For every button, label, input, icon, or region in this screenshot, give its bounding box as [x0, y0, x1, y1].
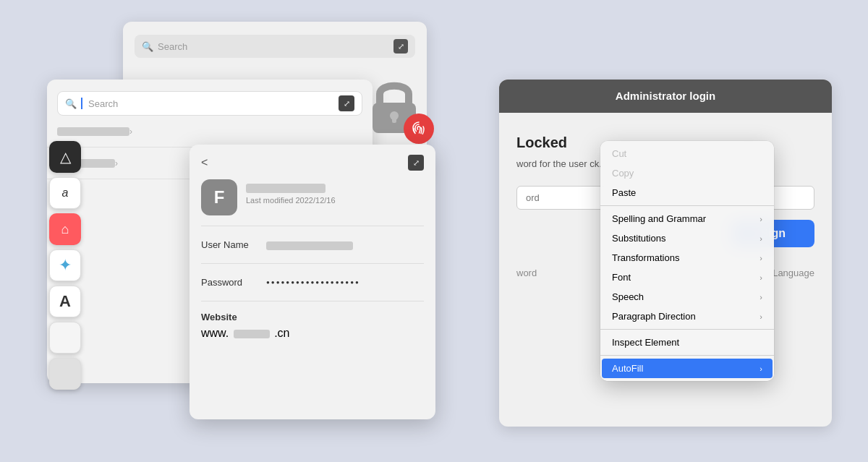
fg-website-suffix: .cn — [274, 327, 289, 339]
autofill-label: AutoFill — [612, 363, 643, 374]
fg-website-label: Website — [201, 312, 424, 322]
context-menu-font[interactable]: Font › — [602, 268, 773, 287]
fg-website-prefix: www. — [201, 327, 229, 339]
context-menu-spelling[interactable]: Spelling and Grammar › — [602, 209, 773, 228]
lock-area — [362, 72, 427, 140]
font-label: Font — [612, 272, 631, 283]
paragraph-direction-label: Paragraph Direction — [612, 311, 696, 322]
mid-panel-row-1[interactable]: › — [47, 116, 373, 147]
sidebar: △ a ⌂ ✦ A — [49, 141, 90, 390]
sidebar-icon-anki[interactable]: ✦ — [49, 249, 81, 281]
fg-expand-icon: ⤢ — [413, 158, 420, 168]
cut-label: Cut — [612, 148, 626, 159]
copy-label: Copy — [612, 168, 634, 179]
context-menu-paragraph-direction[interactable]: Paragraph Direction › — [602, 307, 773, 326]
fg-panel: < ⤢ F Last modified 2022/12/16 User Name… — [190, 145, 435, 419]
admin-bottom-left: word — [516, 268, 537, 278]
context-menu-substitutions[interactable]: Substitutions › — [602, 228, 773, 248]
bg-search-placeholder: Search — [158, 41, 187, 52]
spelling-chevron: › — [760, 215, 762, 223]
paste-label: Paste — [612, 187, 636, 198]
transformations-chevron: › — [760, 254, 762, 262]
context-menu-paste[interactable]: Paste — [602, 183, 773, 202]
mid-expand-icon: ⤢ — [344, 99, 350, 108]
separator-3 — [600, 355, 774, 356]
fg-password-row: Password ●●●●●●●●●●●●●●●●●●● — [201, 271, 424, 294]
separator-1 — [600, 205, 774, 206]
fg-website-url: www. .cn — [201, 327, 424, 340]
sidebar-icon-airbnb[interactable]: ⌂ — [49, 213, 81, 245]
fingerprint-badge — [404, 114, 434, 144]
speech-label: Speech — [612, 291, 644, 302]
fg-app-name — [246, 184, 326, 193]
admin-bottom-right: Language — [773, 268, 814, 278]
sidebar-icon-apple[interactable] — [49, 322, 81, 354]
mid-search-bar[interactable]: 🔍 Search ⤢ — [57, 91, 362, 116]
svg-rect-2 — [392, 116, 396, 123]
separator-2 — [600, 329, 774, 330]
admin-title: Administrator login — [616, 90, 715, 102]
sidebar-icon-font[interactable]: A — [49, 286, 81, 317]
mid-row-2-chevron: › — [115, 158, 118, 168]
autofill-chevron: › — [760, 364, 762, 373]
transformations-label: Transformations — [612, 252, 679, 263]
fg-password-label: Password — [201, 277, 266, 288]
context-menu-autofill[interactable]: AutoFill › Contact... Passwords... — [602, 359, 773, 378]
context-menu-speech[interactable]: Speech › — [602, 287, 773, 307]
substitutions-label: Substitutions — [612, 233, 665, 244]
speech-chevron: › — [760, 293, 762, 301]
bg-search-bar[interactable]: 🔍 Search ⤢ — [135, 35, 415, 58]
fg-username-value — [266, 239, 424, 250]
mid-row-1-label — [57, 127, 129, 136]
substitutions-chevron: › — [760, 234, 762, 243]
mid-search-icon: 🔍 — [65, 98, 77, 109]
mid-search-placeholder: Search — [88, 98, 118, 109]
mid-search-cursor — [81, 98, 82, 109]
fg-website-section: Website www. .cn — [201, 312, 424, 340]
bg-expand-button[interactable]: ⤢ — [393, 39, 408, 54]
context-menu-cut[interactable]: Cut — [602, 144, 773, 163]
expand-icon: ⤢ — [398, 42, 404, 51]
search-icon: 🔍 — [142, 41, 153, 52]
fg-app-icon: F — [201, 179, 237, 215]
font-chevron: › — [760, 273, 762, 282]
back-button[interactable]: < — [201, 156, 208, 169]
context-menu-copy[interactable]: Copy — [602, 163, 773, 183]
admin-title-bar: Administrator login — [499, 80, 832, 113]
fg-expand-button[interactable]: ⤢ — [408, 155, 424, 171]
sidebar-icon-ai[interactable]: a — [49, 177, 81, 209]
mid-expand-button[interactable]: ⤢ — [339, 95, 354, 111]
fg-last-modified: Last modified 2022/12/16 — [246, 196, 336, 205]
fg-username-label: User Name — [201, 239, 266, 250]
context-menu-transformations[interactable]: Transformations › — [602, 248, 773, 268]
sidebar-icon-affinity[interactable]: △ — [49, 141, 81, 173]
fg-username-row: User Name — [201, 234, 424, 256]
inspect-label: Inspect Element — [612, 337, 679, 348]
mid-row-1-chevron: › — [129, 127, 132, 137]
fg-panel-header: < ⤢ — [201, 155, 424, 171]
paragraph-direction-chevron: › — [760, 312, 762, 321]
fg-password-dots: ●●●●●●●●●●●●●●●●●●● — [266, 279, 360, 286]
fg-website-domain — [234, 330, 270, 338]
context-menu-inspect[interactable]: Inspect Element — [602, 333, 773, 352]
sidebar-icon-misc[interactable] — [49, 358, 81, 390]
spelling-label: Spelling and Grammar — [612, 213, 706, 224]
context-menu: Cut Copy Paste Spelling and Grammar › Su… — [600, 141, 774, 381]
